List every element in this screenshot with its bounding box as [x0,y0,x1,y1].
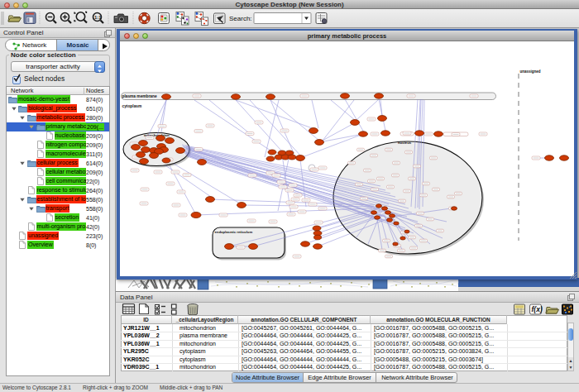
svg-text:f(x): f(x) [532,305,543,313]
svg-text:Search:: Search: [229,15,252,22]
svg-text:1:1: 1:1 [94,15,102,20]
svg-text:cytoplasm: cytoplasm [122,104,142,108]
svg-text:unassigned: unassigned [520,69,541,74]
svg-text:nucleus: nucleus [398,141,412,145]
svg-text:endoplasmic reticulum: endoplasmic reticulum [215,230,253,234]
svg-text:plasma membrane: plasma membrane [122,94,157,98]
